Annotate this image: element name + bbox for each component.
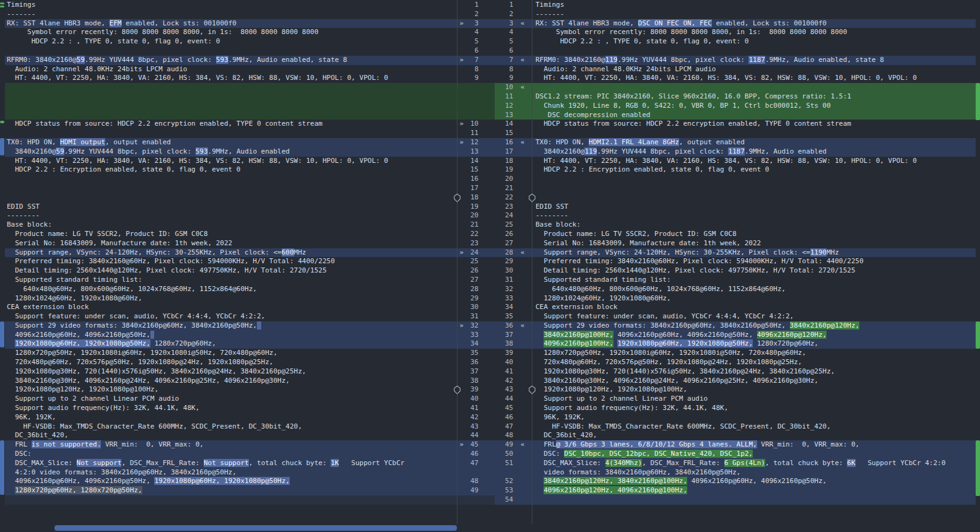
diff-line-right[interactable]: EDID SST bbox=[532, 203, 976, 212]
push-change-left-arrow[interactable]: « bbox=[513, 56, 532, 65]
left-file-pane[interactable]: Timings-------RX: SST 4lane HBR3 mode, E… bbox=[5, 0, 457, 524]
diff-line-left[interactable]: RFRM0: 3840x2160@59.99Hz YUV444 8bpc, pi… bbox=[5, 56, 457, 65]
diff-line-left[interactable]: 96K, 192K, bbox=[5, 413, 457, 422]
diff-line-left[interactable]: 4096x2160p@60Hz, 4096x2160p@50Hz, bbox=[5, 331, 457, 340]
horizontal-scrollbar-thumb[interactable] bbox=[54, 525, 457, 531]
diff-line-right[interactable]: Support up to 2 channel Linear PCM audio bbox=[532, 395, 976, 404]
push-change-right-arrow[interactable]: » bbox=[457, 120, 466, 129]
diff-line-left[interactable]: 1920x1080p@60Hz, 1920x1080p@50Hz, 1280x7… bbox=[5, 339, 457, 349]
diff-line-left[interactable]: Serial No: 16843009, Manufacture date: 1… bbox=[5, 239, 457, 248]
diff-line-left[interactable]: 1280x720p@50Hz, 1920x1080i@60Hz, 1920x10… bbox=[5, 349, 457, 358]
diff-line-left[interactable]: RX: SST 4lane HBR3 mode, EFM enabled, Lo… bbox=[5, 19, 457, 28]
diff-line-left[interactable]: 3840x2160p@30Hz, 4096x2160p@24Hz, 4096x2… bbox=[5, 377, 457, 386]
diff-line-left[interactable]: Support feature: under scan, audio, YCbC… bbox=[5, 312, 457, 321]
diff-line-right[interactable]: -------- bbox=[532, 211, 976, 220]
sync-point-icon[interactable] bbox=[453, 385, 461, 395]
diff-line-right[interactable]: HDCP status from source: HDCP 2.2 encryp… bbox=[532, 120, 976, 129]
diff-line-right[interactable]: Timings bbox=[532, 1, 976, 10]
diff-line-right[interactable]: Product name: LG TV SSCR2, Product ID: G… bbox=[532, 230, 976, 239]
push-change-left-arrow[interactable]: « bbox=[513, 83, 532, 92]
diff-line-left[interactable]: Product name: LG TV SSCR2, Product ID: G… bbox=[5, 230, 457, 239]
diff-line-left[interactable]: Base block: bbox=[5, 220, 457, 230]
horizontal-scrollbar[interactable] bbox=[0, 524, 980, 532]
diff-line-right[interactable]: DC_36bit_420, bbox=[532, 431, 976, 440]
diff-line-right[interactable]: Serial No: 16843009, Manufacture date: 1… bbox=[532, 239, 976, 248]
diff-line-right[interactable]: Chunk 1920, Line 8, RGB 0, S422: 0, VBR … bbox=[532, 102, 976, 111]
diff-line-right[interactable]: 3840x2160@119.99Hz YUV444 8bpc, pixel cl… bbox=[532, 147, 976, 157]
diff-line-right[interactable]: video formats: 3840x2160p@60Hz, 3840x216… bbox=[532, 468, 976, 477]
diff-line-left[interactable]: HT: 4400, VT: 2250, HA: 3840, VA: 2160, … bbox=[5, 74, 457, 83]
diff-line-right[interactable]: 720x480p@60Hz, 720x576p@50Hz, 1920x1080p… bbox=[532, 358, 976, 367]
diff-line-left[interactable]: 1280x720p@60Hz, 1280x720p@50Hz, bbox=[5, 486, 457, 495]
diff-line-left[interactable] bbox=[5, 129, 457, 138]
diff-line-left[interactable]: Detail timing: 2560x1440@120Hz, Pixel cl… bbox=[5, 266, 457, 276]
push-change-left-arrow[interactable]: « bbox=[513, 440, 532, 450]
diff-line-right[interactable]: Base block: bbox=[532, 220, 976, 230]
diff-line-right[interactable]: Supported standard timing list: bbox=[532, 276, 976, 285]
diff-line-left[interactable]: Support 29 video formats: 3840x2160p@60H… bbox=[5, 321, 457, 331]
diff-line-right[interactable]: Support audio frequency(Hz): 32K, 44.1K,… bbox=[532, 404, 976, 413]
diff-line-left[interactable]: ------- bbox=[5, 10, 457, 19]
diff-line-right[interactable]: 1920x1080p@120Hz, 1920x1080p@100Hz, bbox=[532, 385, 976, 395]
diff-line-left[interactable]: FRL is not supported. VRR_min: 0, VRR_ma… bbox=[5, 440, 457, 450]
diff-line-right[interactable]: TX0: HPD ON, HDMI2.1 FRL 4Lane 8GHz, out… bbox=[532, 138, 976, 147]
diff-line-left[interactable]: 1280x1024@60Hz, 1920x1080@60Hz, bbox=[5, 294, 457, 303]
diff-line-left[interactable]: Timings bbox=[5, 1, 457, 10]
push-change-right-arrow[interactable]: » bbox=[457, 248, 466, 258]
diff-line-left[interactable] bbox=[5, 111, 457, 120]
diff-line-right[interactable]: DSC decompression enabled bbox=[532, 111, 976, 120]
diff-line-left[interactable]: Support range, VSync: 24-120Hz, HSync: 3… bbox=[5, 248, 457, 258]
diff-line-right[interactable]: Preferred timing: 3840x2160@60Hz, Pixel … bbox=[532, 257, 976, 266]
push-change-right-arrow[interactable]: » bbox=[457, 56, 466, 65]
diff-line-right[interactable]: HT: 4400, VT: 2250, HA: 3840, VA: 2160, … bbox=[532, 157, 976, 166]
diff-line-right[interactable]: Support range, VSync: 24-120Hz, HSync: 3… bbox=[532, 248, 976, 258]
push-change-left-arrow[interactable]: « bbox=[513, 138, 532, 147]
diff-line-left[interactable]: Support audio frequency(Hz): 32K, 44.1K,… bbox=[5, 404, 457, 413]
diff-line-left[interactable]: 720x480p@60Hz, 720x576p@50Hz, 1920x1080p… bbox=[5, 358, 457, 367]
diff-line-left[interactable] bbox=[5, 92, 457, 102]
diff-line-left[interactable]: Audio: 2 channel 48.0KHz 24bits LPCM aud… bbox=[5, 65, 457, 74]
diff-line-right[interactable]: 4096x2160p@120Hz, 4096x2160p@100Hz, bbox=[532, 486, 976, 495]
diff-line-right[interactable]: 3840x2160p@120Hz, 3840x2160p@100Hz, 4096… bbox=[532, 477, 976, 486]
diff-line-right[interactable]: DSC1.2 stream: PIC 3840x2160, Slice 960x… bbox=[532, 92, 976, 102]
diff-line-right[interactable]: Symbol error recently: 8000 8000 8000 80… bbox=[532, 28, 976, 37]
diff-line-left[interactable] bbox=[5, 184, 457, 193]
diff-line-right[interactable]: HDCP 2.2 : Encryption enabled, state 0, … bbox=[532, 165, 976, 175]
diff-line-left[interactable]: DSC: bbox=[5, 450, 457, 459]
diff-line-right[interactable]: 96K, 192K, bbox=[532, 413, 976, 422]
diff-line-left[interactable]: EDID SST bbox=[5, 203, 457, 212]
diff-line-right[interactable] bbox=[532, 83, 976, 92]
diff-line-left[interactable]: Support up to 2 channel Linear PCM audio bbox=[5, 395, 457, 404]
diff-line-right[interactable]: 4096x2160p@100Hz, 1920x1080p@60Hz, 1920x… bbox=[532, 339, 976, 349]
diff-line-right[interactable] bbox=[532, 175, 976, 184]
right-file-pane[interactable]: Timings-------RX: SST 4lane HBR3 mode, D… bbox=[532, 0, 976, 524]
diff-line-right[interactable]: FRL@ 3/6 Gbps 3 lanes, 6/8/10/12 Gbps 4 … bbox=[532, 440, 976, 450]
diff-line-right[interactable]: 1280x1024@60Hz, 1920x1080@60Hz, bbox=[532, 294, 976, 303]
diff-line-right[interactable]: Detail timing: 2560x1440@120Hz, Pixel cl… bbox=[532, 266, 976, 276]
diff-line-left[interactable]: 4:2:0 video formats: 3840x2160p@60Hz, 38… bbox=[5, 468, 457, 477]
diff-line-left[interactable] bbox=[5, 102, 457, 111]
diff-line-right[interactable]: HDCP 2.2 : , TYPE 0, state 0, flag 0, ev… bbox=[532, 37, 976, 46]
diff-line-right[interactable]: DSC: DSC_10bpc, DSC_12bpc, DSC_Native_42… bbox=[532, 450, 976, 459]
diff-line-right[interactable]: 3840x2160p@30Hz, 4096x2160p@24Hz, 4096x2… bbox=[532, 377, 976, 386]
diff-line-right[interactable]: 1920x1080p@30Hz, 720(1440)x576i@50Hz, 38… bbox=[532, 367, 976, 377]
diff-line-left[interactable]: TX0: HPD ON, HDMI output, output enabled bbox=[5, 138, 457, 147]
diff-line-right[interactable]: HT: 4400, VT: 2250, HA: 3840, VA: 2160, … bbox=[532, 74, 976, 83]
diff-line-left[interactable]: 3840x2160@59.99Hz YUV444 8bpc, pixel clo… bbox=[5, 147, 457, 157]
push-change-right-arrow[interactable]: » bbox=[457, 138, 466, 147]
diff-line-left[interactable]: HT: 4400, VT: 2250, HA: 3840, VA: 2160, … bbox=[5, 157, 457, 166]
diff-line-right[interactable] bbox=[532, 193, 976, 203]
diff-line-left[interactable]: HF-VSDB: Max_TMDS_Character_Rate 600MHz,… bbox=[5, 422, 457, 432]
diff-line-left[interactable]: 4096x2160p@60Hz, 4096x2160p@50Hz, 1920x1… bbox=[5, 477, 457, 486]
diff-line-right[interactable] bbox=[532, 184, 976, 193]
left-change-overview-strip[interactable] bbox=[0, 0, 5, 524]
diff-line-right[interactable]: HF-VSDB: Max_TMDS_Character_Rate 600MHz,… bbox=[532, 422, 976, 432]
diff-line-right[interactable]: DSC_MAX_Slice: 4(340Mhz), DSC_Max_FRL_Ra… bbox=[532, 459, 976, 468]
diff-line-left[interactable]: Supported standard timing list: bbox=[5, 276, 457, 285]
diff-line-left[interactable]: 640x480@60Hz, 800x600@60Hz, 1024x768@60H… bbox=[5, 285, 457, 294]
push-change-left-arrow[interactable]: « bbox=[513, 19, 532, 28]
push-change-left-arrow[interactable]: « bbox=[513, 321, 532, 331]
diff-line-left[interactable]: Symbol error recently: 8000 8000 8000 80… bbox=[5, 28, 457, 37]
diff-line-left[interactable] bbox=[5, 495, 457, 505]
diff-line-right[interactable] bbox=[532, 129, 976, 138]
